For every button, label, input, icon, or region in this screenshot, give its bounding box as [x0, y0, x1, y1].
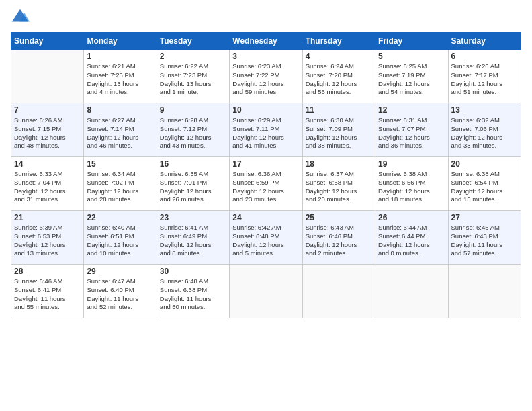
cell-info: Sunrise: 6:24 AM Sunset: 7:20 PM Dayligh… — [306, 62, 372, 97]
cell-info: Sunrise: 6:46 AM Sunset: 6:41 PM Dayligh… — [14, 277, 81, 312]
calendar-week-row: 7Sunrise: 6:26 AM Sunset: 7:15 PM Daylig… — [11, 103, 521, 157]
calendar-cell: 27Sunrise: 6:45 AM Sunset: 6:43 PM Dayli… — [448, 211, 521, 265]
day-number: 11 — [306, 105, 372, 115]
calendar-cell: 25Sunrise: 6:43 AM Sunset: 6:46 PM Dayli… — [302, 211, 375, 265]
day-number: 1 — [87, 52, 153, 61]
cell-info: Sunrise: 6:35 AM Sunset: 7:01 PM Dayligh… — [160, 170, 226, 204]
cell-info: Sunrise: 6:39 AM Sunset: 6:53 PM Dayligh… — [14, 224, 81, 258]
cell-info: Sunrise: 6:23 AM Sunset: 7:22 PM Dayligh… — [232, 62, 299, 97]
cell-info: Sunrise: 6:33 AM Sunset: 7:04 PM Dayligh… — [14, 170, 81, 204]
calendar-cell: 12Sunrise: 6:31 AM Sunset: 7:07 PM Dayli… — [375, 103, 448, 157]
day-number: 15 — [87, 159, 153, 169]
day-number: 14 — [14, 159, 81, 169]
calendar-cell: 20Sunrise: 6:38 AM Sunset: 6:54 PM Dayli… — [448, 157, 521, 211]
day-number: 27 — [451, 213, 518, 222]
cell-info: Sunrise: 6:41 AM Sunset: 6:49 PM Dayligh… — [160, 224, 226, 258]
calendar-cell: 29Sunrise: 6:47 AM Sunset: 6:40 PM Dayli… — [84, 265, 157, 318]
day-number: 6 — [451, 52, 518, 61]
weekday-header-wednesday: Wednesday — [230, 33, 302, 50]
day-number: 29 — [87, 267, 153, 276]
cell-info: Sunrise: 6:42 AM Sunset: 6:48 PM Dayligh… — [232, 224, 299, 258]
day-number: 2 — [160, 52, 226, 61]
day-number: 10 — [232, 105, 299, 115]
calendar-cell: 23Sunrise: 6:41 AM Sunset: 6:49 PM Dayli… — [157, 211, 229, 265]
day-number: 26 — [378, 213, 445, 222]
weekday-header-tuesday: Tuesday — [157, 33, 229, 50]
calendar-week-row: 21Sunrise: 6:39 AM Sunset: 6:53 PM Dayli… — [11, 211, 521, 265]
cell-info: Sunrise: 6:38 AM Sunset: 6:54 PM Dayligh… — [451, 170, 518, 204]
day-number: 28 — [14, 267, 81, 276]
calendar-week-row: 14Sunrise: 6:33 AM Sunset: 7:04 PM Dayli… — [11, 157, 521, 211]
calendar-cell: 6Sunrise: 6:26 AM Sunset: 7:17 PM Daylig… — [448, 50, 521, 103]
cell-info: Sunrise: 6:25 AM Sunset: 7:19 PM Dayligh… — [378, 62, 445, 97]
logo-icon — [11, 8, 30, 27]
day-number: 25 — [306, 213, 372, 222]
weekday-header-monday: Monday — [84, 33, 157, 50]
calendar-week-row: 1Sunrise: 6:21 AM Sunset: 7:25 PM Daylig… — [11, 50, 521, 103]
calendar-cell: 2Sunrise: 6:22 AM Sunset: 7:23 PM Daylig… — [157, 50, 229, 103]
cell-info: Sunrise: 6:44 AM Sunset: 6:44 PM Dayligh… — [378, 224, 445, 258]
day-number: 5 — [378, 52, 445, 61]
calendar-table: SundayMondayTuesdayWednesdayThursdayFrid… — [11, 32, 521, 318]
cell-info: Sunrise: 6:34 AM Sunset: 7:02 PM Dayligh… — [87, 170, 153, 204]
day-number: 3 — [232, 52, 299, 61]
calendar-cell: 13Sunrise: 6:32 AM Sunset: 7:06 PM Dayli… — [448, 103, 521, 157]
day-number: 13 — [451, 105, 518, 115]
day-number: 20 — [451, 159, 518, 169]
weekday-header-sunday: Sunday — [11, 33, 84, 50]
weekday-header-row: SundayMondayTuesdayWednesdayThursdayFrid… — [11, 33, 521, 50]
day-number: 9 — [160, 105, 226, 115]
calendar-cell: 19Sunrise: 6:38 AM Sunset: 6:56 PM Dayli… — [375, 157, 448, 211]
cell-info: Sunrise: 6:27 AM Sunset: 7:14 PM Dayligh… — [87, 116, 153, 150]
calendar-cell: 1Sunrise: 6:21 AM Sunset: 7:25 PM Daylig… — [84, 50, 157, 103]
day-number: 21 — [14, 213, 81, 222]
calendar-cell: 24Sunrise: 6:42 AM Sunset: 6:48 PM Dayli… — [230, 211, 302, 265]
calendar-week-row: 28Sunrise: 6:46 AM Sunset: 6:41 PM Dayli… — [11, 265, 521, 318]
cell-info: Sunrise: 6:37 AM Sunset: 6:58 PM Dayligh… — [306, 170, 372, 204]
header — [11, 8, 521, 27]
calendar-cell: 10Sunrise: 6:29 AM Sunset: 7:11 PM Dayli… — [230, 103, 302, 157]
day-number: 24 — [232, 213, 299, 222]
calendar-cell: 15Sunrise: 6:34 AM Sunset: 7:02 PM Dayli… — [84, 157, 157, 211]
cell-info: Sunrise: 6:45 AM Sunset: 6:43 PM Dayligh… — [451, 224, 518, 258]
calendar-cell — [302, 265, 375, 318]
cell-info: Sunrise: 6:22 AM Sunset: 7:23 PM Dayligh… — [160, 62, 226, 97]
cell-info: Sunrise: 6:29 AM Sunset: 7:11 PM Dayligh… — [232, 116, 299, 150]
calendar-cell: 3Sunrise: 6:23 AM Sunset: 7:22 PM Daylig… — [230, 50, 302, 103]
day-number: 4 — [306, 52, 372, 61]
weekday-header-thursday: Thursday — [302, 33, 375, 50]
calendar-cell — [375, 265, 448, 318]
calendar-cell: 30Sunrise: 6:48 AM Sunset: 6:38 PM Dayli… — [157, 265, 229, 318]
calendar-cell: 21Sunrise: 6:39 AM Sunset: 6:53 PM Dayli… — [11, 211, 84, 265]
cell-info: Sunrise: 6:43 AM Sunset: 6:46 PM Dayligh… — [306, 224, 372, 258]
cell-info: Sunrise: 6:28 AM Sunset: 7:12 PM Dayligh… — [160, 116, 226, 150]
day-number: 18 — [306, 159, 372, 169]
cell-info: Sunrise: 6:38 AM Sunset: 6:56 PM Dayligh… — [378, 170, 445, 204]
calendar-cell: 18Sunrise: 6:37 AM Sunset: 6:58 PM Dayli… — [302, 157, 375, 211]
cell-info: Sunrise: 6:26 AM Sunset: 7:15 PM Dayligh… — [14, 116, 81, 150]
day-number: 12 — [378, 105, 445, 115]
cell-info: Sunrise: 6:40 AM Sunset: 6:51 PM Dayligh… — [87, 224, 153, 258]
calendar-cell: 9Sunrise: 6:28 AM Sunset: 7:12 PM Daylig… — [157, 103, 229, 157]
calendar-cell — [448, 265, 521, 318]
cell-info: Sunrise: 6:30 AM Sunset: 7:09 PM Dayligh… — [306, 116, 372, 150]
calendar-cell: 28Sunrise: 6:46 AM Sunset: 6:41 PM Dayli… — [11, 265, 84, 318]
cell-info: Sunrise: 6:26 AM Sunset: 7:17 PM Dayligh… — [451, 62, 518, 97]
calendar-cell — [230, 265, 302, 318]
day-number: 8 — [87, 105, 153, 115]
calendar-cell: 11Sunrise: 6:30 AM Sunset: 7:09 PM Dayli… — [302, 103, 375, 157]
calendar-cell: 26Sunrise: 6:44 AM Sunset: 6:44 PM Dayli… — [375, 211, 448, 265]
cell-info: Sunrise: 6:36 AM Sunset: 6:59 PM Dayligh… — [232, 170, 299, 204]
calendar-cell: 4Sunrise: 6:24 AM Sunset: 7:20 PM Daylig… — [302, 50, 375, 103]
day-number: 16 — [160, 159, 226, 169]
calendar-cell: 14Sunrise: 6:33 AM Sunset: 7:04 PM Dayli… — [11, 157, 84, 211]
cell-info: Sunrise: 6:21 AM Sunset: 7:25 PM Dayligh… — [87, 62, 153, 97]
day-number: 17 — [232, 159, 299, 169]
calendar-cell: 16Sunrise: 6:35 AM Sunset: 7:01 PM Dayli… — [157, 157, 229, 211]
day-number: 22 — [87, 213, 153, 222]
cell-info: Sunrise: 6:48 AM Sunset: 6:38 PM Dayligh… — [160, 277, 226, 312]
page: SundayMondayTuesdayWednesdayThursdayFrid… — [0, 0, 532, 411]
day-number: 7 — [14, 105, 81, 115]
calendar-cell: 17Sunrise: 6:36 AM Sunset: 6:59 PM Dayli… — [230, 157, 302, 211]
weekday-header-friday: Friday — [375, 33, 448, 50]
